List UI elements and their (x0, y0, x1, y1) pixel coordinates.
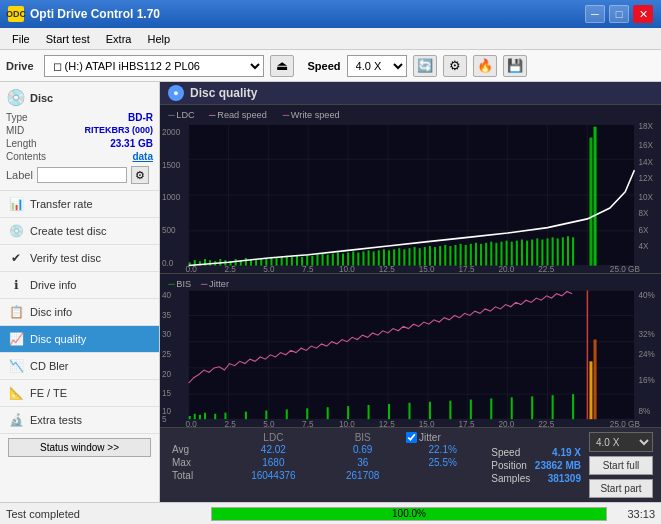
svg-rect-174 (327, 407, 329, 419)
burn-button[interactable]: 🔥 (473, 55, 497, 77)
length-value: 23.31 GB (110, 138, 153, 149)
svg-text:7.5: 7.5 (302, 264, 314, 273)
svg-rect-93 (470, 244, 472, 266)
svg-rect-176 (368, 405, 370, 419)
sidebar-item-create-test-disc[interactable]: 💿 Create test disc (0, 218, 159, 245)
svg-rect-58 (291, 257, 293, 266)
svg-rect-64 (322, 254, 324, 266)
svg-rect-110 (557, 238, 559, 265)
create-test-disc-icon: 💿 (8, 223, 24, 239)
max-bis: 36 (323, 456, 402, 469)
svg-rect-42 (209, 260, 211, 265)
sidebar-item-extra-tests[interactable]: 🔬 Extra tests (0, 407, 159, 434)
svg-rect-173 (306, 408, 308, 419)
status-text: Test completed (6, 508, 203, 520)
svg-text:20: 20 (162, 369, 171, 379)
svg-rect-109 (552, 237, 554, 265)
eject-button[interactable]: ⏏ (270, 55, 294, 77)
svg-text:15.0: 15.0 (419, 419, 435, 427)
svg-rect-113 (572, 237, 574, 265)
svg-text:2000: 2000 (162, 127, 180, 137)
menu-start-test[interactable]: Start test (38, 31, 98, 47)
disc-mid-row: MID RITEKBR3 (000) (6, 124, 153, 137)
sidebar-item-cd-bler[interactable]: 📉 CD Bler (0, 353, 159, 380)
sidebar-item-fe-te[interactable]: 📐 FE / TE (0, 380, 159, 407)
svg-text:8%: 8% (639, 406, 651, 416)
save-button[interactable]: 💾 (503, 55, 527, 77)
disc-header-label: Disc (30, 92, 53, 104)
svg-text:16%: 16% (639, 375, 656, 385)
svg-rect-74 (373, 251, 375, 265)
ldc-chart: ─ LDC ─ Read speed ─ Write speed 2000 15… (160, 105, 661, 274)
svg-text:7.5: 7.5 (302, 419, 314, 427)
svg-text:32%: 32% (639, 329, 656, 339)
jitter-label: Jitter (419, 432, 441, 443)
svg-text:1000: 1000 (162, 192, 180, 202)
sidebar-item-transfer-rate[interactable]: 📊 Transfer rate (0, 191, 159, 218)
refresh-button[interactable]: 🔄 (413, 55, 437, 77)
menu-file[interactable]: File (4, 31, 38, 47)
svg-rect-81 (408, 248, 410, 265)
menu-extra[interactable]: Extra (98, 31, 140, 47)
svg-rect-104 (526, 241, 528, 266)
minimize-button[interactable]: ─ (585, 5, 605, 23)
svg-rect-56 (281, 257, 283, 266)
close-button[interactable]: ✕ (633, 5, 653, 23)
svg-rect-98 (495, 243, 497, 266)
drive-select[interactable]: ◻ (H:) ATAPI iHBS112 2 PL06 (44, 55, 264, 77)
jitter-checkbox[interactable] (406, 432, 417, 443)
titlebar: ODC Opti Drive Control 1.70 ─ □ ✕ (0, 0, 661, 28)
sidebar-item-verify-test-disc[interactable]: ✔ Verify test disc (0, 245, 159, 272)
svg-rect-167 (204, 413, 206, 420)
start-full-button[interactable]: Start full (589, 456, 653, 475)
menu-help[interactable]: Help (139, 31, 178, 47)
maximize-button[interactable]: □ (609, 5, 629, 23)
label-browse-button[interactable]: ⚙ (131, 166, 149, 184)
right-panel: ● Disc quality ─ LDC ─ Read speed ─ Writ… (160, 82, 661, 502)
status-window-button[interactable]: Status window >> (8, 438, 151, 457)
start-part-button[interactable]: Start part (589, 479, 653, 498)
label-input[interactable] (37, 167, 127, 183)
svg-text:18X: 18X (639, 121, 654, 131)
svg-text:17.5: 17.5 (459, 419, 475, 427)
speed-select[interactable]: 4.0 X 2.0 X 8.0 X (347, 55, 407, 77)
svg-text:500: 500 (162, 225, 176, 235)
max-label: Max (168, 456, 223, 469)
mid-label: MID (6, 125, 24, 136)
svg-text:25: 25 (162, 349, 171, 359)
sidebar-item-disc-quality[interactable]: 📈 Disc quality (0, 326, 159, 353)
samples-label: Samples (491, 473, 530, 484)
contents-value[interactable]: data (132, 151, 153, 162)
svg-text:40: 40 (162, 290, 171, 300)
svg-rect-49 (245, 258, 247, 266)
ldc-chart-svg: ─ LDC ─ Read speed ─ Write speed 2000 15… (160, 105, 661, 273)
disc-info-label: Disc info (30, 306, 72, 318)
charts-area: ─ LDC ─ Read speed ─ Write speed 2000 15… (160, 105, 661, 502)
speed-dropdown[interactable]: 4.0 X 2.0 X 8.0 X (589, 432, 653, 452)
svg-rect-112 (567, 236, 569, 265)
svg-text:─: ─ (200, 278, 208, 289)
svg-rect-105 (531, 240, 533, 266)
svg-rect-96 (485, 243, 487, 266)
speed-value: 4.19 X (552, 447, 581, 458)
label-label: Label (6, 169, 33, 181)
stats-bar: LDC BIS Jitter (160, 427, 661, 502)
contents-label: Contents (6, 151, 46, 162)
verify-test-disc-icon: ✔ (8, 250, 24, 266)
settings-button[interactable]: ⚙ (443, 55, 467, 77)
sidebar-item-disc-info[interactable]: 📋 Disc info (0, 299, 159, 326)
svg-rect-186 (572, 394, 574, 419)
svg-rect-166 (199, 415, 201, 419)
svg-rect-59 (296, 256, 298, 266)
svg-rect-177 (388, 404, 390, 419)
mid-value: RITEKBR3 (000) (84, 125, 153, 136)
svg-rect-86 (434, 247, 436, 265)
svg-rect-114 (589, 138, 592, 266)
svg-text:Jitter: Jitter (209, 278, 229, 289)
svg-rect-188 (594, 340, 597, 420)
svg-rect-168 (214, 414, 216, 419)
svg-text:22.5: 22.5 (538, 264, 554, 273)
svg-text:17.5: 17.5 (459, 264, 475, 273)
transfer-rate-icon: 📊 (8, 196, 24, 212)
sidebar-item-drive-info[interactable]: ℹ Drive info (0, 272, 159, 299)
